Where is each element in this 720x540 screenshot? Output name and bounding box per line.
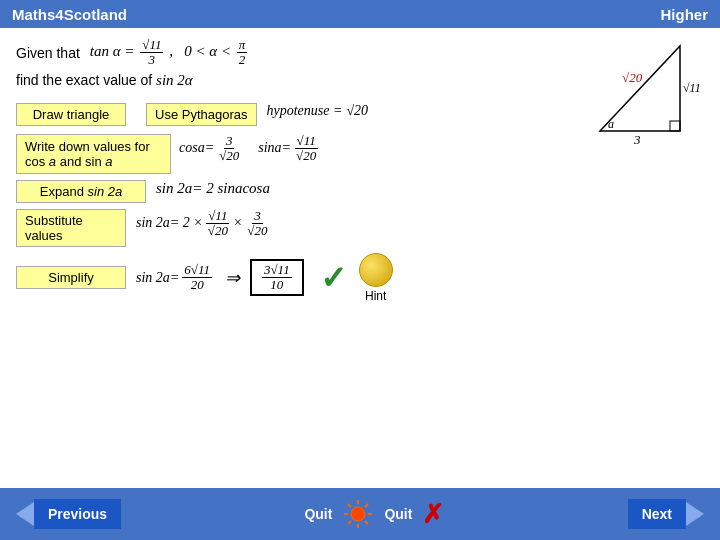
svg-text:√11: √11 [683,81,701,95]
hint-area: Hint [359,253,393,303]
cos-sin-formula: cos a = 3 √20 sin a = √11 √20 [179,134,321,164]
previous-label: Previous [48,506,107,522]
next-button[interactable]: Next [628,499,686,529]
quit-label-2: Quit [384,506,412,522]
write-down-values-button[interactable]: Write down values forcos a and sin a [16,134,171,174]
quit-button-2[interactable]: Quit [384,506,412,522]
find-text: find the exact value of [16,72,156,88]
cross-icon: ✗ [422,499,444,530]
find-formula: sin 2α [156,72,193,89]
previous-nav: Previous [16,499,121,529]
svg-line-12 [365,521,368,524]
main-content: √20 √11 3 a Given that tan α = √11 3 , 0… [0,28,720,488]
level-label: Higher [660,6,708,23]
footer: Previous Quit Quit ✗ Next [0,488,720,540]
header: Maths4Scotland Higher [0,0,720,28]
previous-button[interactable]: Previous [34,499,121,529]
next-arrow-icon [686,502,704,526]
svg-line-14 [348,521,351,524]
svg-line-13 [365,504,368,507]
previous-arrow-icon [16,502,34,526]
result-box: 3√11 10 [250,259,304,297]
check-icon: ✓ [320,259,347,297]
step-row-4: Substitutevalues sin 2a = 2 × √11 √20 × … [16,209,704,247]
next-nav: Next [628,499,704,529]
footer-center: Quit Quit ✗ [304,498,444,530]
step-row-1: Draw triangle Use Pythagoras hypotenuse … [16,103,704,126]
simplify-formula: sin 2a = 6√11 20 ⇒ 3√11 10 [136,259,304,297]
expand-formula: sin 2a = 2 sin a cos a [156,180,270,197]
step-row-2: Write down values forcos a and sin a cos… [16,134,704,174]
draw-triangle-button[interactable]: Draw triangle [16,103,126,126]
hint-ball [359,253,393,287]
quit-button-1[interactable]: Quit [304,506,332,522]
quit-label-1: Quit [304,506,332,522]
svg-point-6 [351,507,365,521]
given-formula: tan α = √11 3 , 0 < α < π 2 [90,38,249,68]
triangle-diagram: √20 √11 3 a [590,36,710,146]
substitute-button[interactable]: Substitutevalues [16,209,126,247]
substitute-formula: sin 2a = 2 × √11 √20 × 3 √20 [136,209,272,239]
step-row-5: Simplify sin 2a = 6√11 20 ⇒ 3√11 10 ✓ Hi… [16,253,704,303]
hint-label: Hint [365,289,386,303]
svg-text:√20: √20 [622,70,643,85]
sun-icon [342,498,374,530]
app-title: Maths4Scotland [12,6,127,23]
svg-line-11 [348,504,351,507]
expand-button[interactable]: Expand sin 2a [16,180,146,203]
use-pythagoras-button[interactable]: Use Pythagoras [146,103,257,126]
simplify-button[interactable]: Simplify [16,266,126,289]
pythagoras-formula: hypotenuse = √20 [267,103,369,119]
next-label: Next [642,506,672,522]
step-row-3: Expand sin 2a sin 2a = 2 sin a cos a [16,180,704,203]
given-prefix: Given that [16,45,80,61]
